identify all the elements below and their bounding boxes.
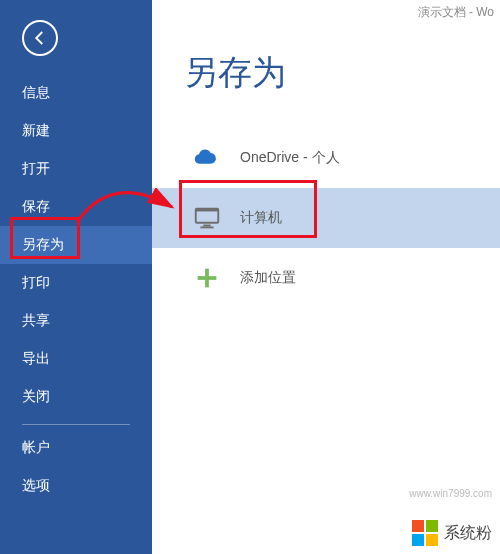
svg-rect-5: [198, 276, 217, 280]
sidebar-item-6[interactable]: 共享: [0, 302, 152, 340]
svg-rect-3: [200, 226, 213, 228]
sidebar-item-7[interactable]: 导出: [0, 340, 152, 378]
location-addplace[interactable]: 添加位置: [152, 248, 500, 308]
main-panel: 演示文档 - Wo 另存为 OneDrive - 个人计算机添加位置 P: [152, 0, 500, 554]
watermark-url: www.win7999.com: [409, 488, 492, 499]
sidebar-item-8[interactable]: 关闭: [0, 378, 152, 416]
computer-icon: [192, 203, 222, 233]
page-title: 另存为: [184, 50, 500, 96]
sidebar-item-2[interactable]: 打开: [0, 150, 152, 188]
back-button[interactable]: [22, 20, 58, 56]
window-title: 演示文档 - Wo: [418, 4, 494, 21]
sidebar-item-3[interactable]: 保存: [0, 188, 152, 226]
watermark: 系统粉: [412, 520, 492, 546]
location-label: OneDrive - 个人: [240, 149, 340, 167]
svg-rect-1: [196, 209, 219, 212]
location-label: 添加位置: [240, 269, 296, 287]
backstage-sidebar: 信息新建打开保存另存为打印共享导出关闭 帐户选项: [0, 0, 152, 554]
location-onedrive[interactable]: OneDrive - 个人: [152, 128, 500, 188]
location-computer[interactable]: 计算机: [152, 188, 500, 248]
arrow-left-icon: [31, 29, 49, 47]
sidebar-divider: [22, 424, 130, 425]
sidebar-item-0[interactable]: 信息: [0, 74, 152, 112]
watermark-logo-icon: [412, 520, 438, 546]
sidebar-item-1[interactable]: 新建: [0, 112, 152, 150]
addplace-icon: [192, 263, 222, 293]
sidebar-item-5[interactable]: 打印: [0, 264, 152, 302]
onedrive-icon: [192, 143, 222, 173]
sidebar-footer-item-0[interactable]: 帐户: [0, 429, 152, 467]
sidebar-footer-item-1[interactable]: 选项: [0, 467, 152, 505]
sidebar-item-4[interactable]: 另存为: [0, 226, 152, 264]
watermark-text: 系统粉: [444, 523, 492, 544]
location-label: 计算机: [240, 209, 282, 227]
svg-rect-2: [203, 225, 211, 227]
